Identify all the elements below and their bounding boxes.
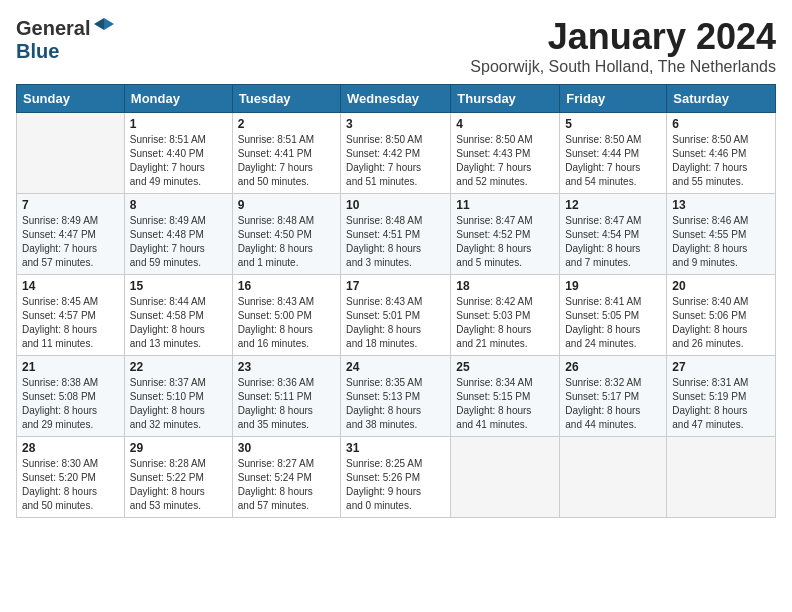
day-info: Sunrise: 8:48 AM Sunset: 4:51 PM Dayligh…	[346, 214, 445, 270]
calendar-cell: 14Sunrise: 8:45 AM Sunset: 4:57 PM Dayli…	[17, 275, 125, 356]
week-row-4: 28Sunrise: 8:30 AM Sunset: 5:20 PM Dayli…	[17, 437, 776, 518]
header-day-monday: Monday	[124, 85, 232, 113]
day-number: 19	[565, 279, 661, 293]
calendar-cell: 11Sunrise: 8:47 AM Sunset: 4:52 PM Dayli…	[451, 194, 560, 275]
logo-blue-text: Blue	[16, 40, 59, 62]
day-number: 9	[238, 198, 335, 212]
header-day-wednesday: Wednesday	[341, 85, 451, 113]
calendar-cell: 1Sunrise: 8:51 AM Sunset: 4:40 PM Daylig…	[124, 113, 232, 194]
header-day-sunday: Sunday	[17, 85, 125, 113]
day-info: Sunrise: 8:45 AM Sunset: 4:57 PM Dayligh…	[22, 295, 119, 351]
calendar-cell: 24Sunrise: 8:35 AM Sunset: 5:13 PM Dayli…	[341, 356, 451, 437]
day-info: Sunrise: 8:42 AM Sunset: 5:03 PM Dayligh…	[456, 295, 554, 351]
calendar-cell: 27Sunrise: 8:31 AM Sunset: 5:19 PM Dayli…	[667, 356, 776, 437]
calendar-cell	[451, 437, 560, 518]
day-number: 24	[346, 360, 445, 374]
calendar-cell: 18Sunrise: 8:42 AM Sunset: 5:03 PM Dayli…	[451, 275, 560, 356]
week-row-3: 21Sunrise: 8:38 AM Sunset: 5:08 PM Dayli…	[17, 356, 776, 437]
day-number: 1	[130, 117, 227, 131]
day-number: 25	[456, 360, 554, 374]
day-info: Sunrise: 8:31 AM Sunset: 5:19 PM Dayligh…	[672, 376, 770, 432]
week-row-1: 7Sunrise: 8:49 AM Sunset: 4:47 PM Daylig…	[17, 194, 776, 275]
calendar-cell: 12Sunrise: 8:47 AM Sunset: 4:54 PM Dayli…	[560, 194, 667, 275]
day-number: 30	[238, 441, 335, 455]
day-number: 31	[346, 441, 445, 455]
day-info: Sunrise: 8:51 AM Sunset: 4:41 PM Dayligh…	[238, 133, 335, 189]
calendar-cell: 26Sunrise: 8:32 AM Sunset: 5:17 PM Dayli…	[560, 356, 667, 437]
day-number: 18	[456, 279, 554, 293]
calendar-cell: 19Sunrise: 8:41 AM Sunset: 5:05 PM Dayli…	[560, 275, 667, 356]
week-row-0: 1Sunrise: 8:51 AM Sunset: 4:40 PM Daylig…	[17, 113, 776, 194]
day-info: Sunrise: 8:43 AM Sunset: 5:01 PM Dayligh…	[346, 295, 445, 351]
header-row: SundayMondayTuesdayWednesdayThursdayFrid…	[17, 85, 776, 113]
day-info: Sunrise: 8:40 AM Sunset: 5:06 PM Dayligh…	[672, 295, 770, 351]
calendar-cell: 29Sunrise: 8:28 AM Sunset: 5:22 PM Dayli…	[124, 437, 232, 518]
calendar-cell: 3Sunrise: 8:50 AM Sunset: 4:42 PM Daylig…	[341, 113, 451, 194]
calendar-cell: 28Sunrise: 8:30 AM Sunset: 5:20 PM Dayli…	[17, 437, 125, 518]
day-info: Sunrise: 8:49 AM Sunset: 4:48 PM Dayligh…	[130, 214, 227, 270]
day-info: Sunrise: 8:41 AM Sunset: 5:05 PM Dayligh…	[565, 295, 661, 351]
day-number: 14	[22, 279, 119, 293]
day-number: 5	[565, 117, 661, 131]
svg-marker-1	[94, 18, 104, 30]
page-header: General Blue January 2024 Spoorwijk, Sou…	[16, 16, 776, 76]
header-day-thursday: Thursday	[451, 85, 560, 113]
logo-flag-icon	[92, 16, 116, 40]
day-info: Sunrise: 8:37 AM Sunset: 5:10 PM Dayligh…	[130, 376, 227, 432]
day-number: 3	[346, 117, 445, 131]
week-row-2: 14Sunrise: 8:45 AM Sunset: 4:57 PM Dayli…	[17, 275, 776, 356]
day-number: 22	[130, 360, 227, 374]
day-info: Sunrise: 8:50 AM Sunset: 4:43 PM Dayligh…	[456, 133, 554, 189]
day-info: Sunrise: 8:51 AM Sunset: 4:40 PM Dayligh…	[130, 133, 227, 189]
day-number: 28	[22, 441, 119, 455]
day-info: Sunrise: 8:28 AM Sunset: 5:22 PM Dayligh…	[130, 457, 227, 513]
day-info: Sunrise: 8:34 AM Sunset: 5:15 PM Dayligh…	[456, 376, 554, 432]
calendar-cell	[17, 113, 125, 194]
day-info: Sunrise: 8:32 AM Sunset: 5:17 PM Dayligh…	[565, 376, 661, 432]
calendar-cell: 15Sunrise: 8:44 AM Sunset: 4:58 PM Dayli…	[124, 275, 232, 356]
day-info: Sunrise: 8:50 AM Sunset: 4:46 PM Dayligh…	[672, 133, 770, 189]
day-number: 16	[238, 279, 335, 293]
day-number: 27	[672, 360, 770, 374]
day-number: 26	[565, 360, 661, 374]
day-info: Sunrise: 8:27 AM Sunset: 5:24 PM Dayligh…	[238, 457, 335, 513]
calendar-cell: 13Sunrise: 8:46 AM Sunset: 4:55 PM Dayli…	[667, 194, 776, 275]
calendar-cell: 17Sunrise: 8:43 AM Sunset: 5:01 PM Dayli…	[341, 275, 451, 356]
calendar-cell: 10Sunrise: 8:48 AM Sunset: 4:51 PM Dayli…	[341, 194, 451, 275]
calendar-cell: 25Sunrise: 8:34 AM Sunset: 5:15 PM Dayli…	[451, 356, 560, 437]
calendar-cell: 21Sunrise: 8:38 AM Sunset: 5:08 PM Dayli…	[17, 356, 125, 437]
day-number: 11	[456, 198, 554, 212]
day-number: 2	[238, 117, 335, 131]
calendar-cell: 22Sunrise: 8:37 AM Sunset: 5:10 PM Dayli…	[124, 356, 232, 437]
day-info: Sunrise: 8:46 AM Sunset: 4:55 PM Dayligh…	[672, 214, 770, 270]
day-info: Sunrise: 8:47 AM Sunset: 4:52 PM Dayligh…	[456, 214, 554, 270]
day-number: 20	[672, 279, 770, 293]
header-day-tuesday: Tuesday	[232, 85, 340, 113]
day-number: 4	[456, 117, 554, 131]
logo: General Blue	[16, 16, 116, 63]
calendar-cell: 7Sunrise: 8:49 AM Sunset: 4:47 PM Daylig…	[17, 194, 125, 275]
calendar-cell	[560, 437, 667, 518]
day-info: Sunrise: 8:36 AM Sunset: 5:11 PM Dayligh…	[238, 376, 335, 432]
day-info: Sunrise: 8:38 AM Sunset: 5:08 PM Dayligh…	[22, 376, 119, 432]
calendar-header: SundayMondayTuesdayWednesdayThursdayFrid…	[17, 85, 776, 113]
svg-marker-0	[104, 18, 114, 30]
header-day-saturday: Saturday	[667, 85, 776, 113]
calendar-cell: 4Sunrise: 8:50 AM Sunset: 4:43 PM Daylig…	[451, 113, 560, 194]
day-number: 10	[346, 198, 445, 212]
day-info: Sunrise: 8:44 AM Sunset: 4:58 PM Dayligh…	[130, 295, 227, 351]
calendar-cell: 9Sunrise: 8:48 AM Sunset: 4:50 PM Daylig…	[232, 194, 340, 275]
day-number: 17	[346, 279, 445, 293]
calendar-cell: 2Sunrise: 8:51 AM Sunset: 4:41 PM Daylig…	[232, 113, 340, 194]
calendar-cell: 23Sunrise: 8:36 AM Sunset: 5:11 PM Dayli…	[232, 356, 340, 437]
day-number: 12	[565, 198, 661, 212]
calendar-cell: 31Sunrise: 8:25 AM Sunset: 5:26 PM Dayli…	[341, 437, 451, 518]
day-info: Sunrise: 8:50 AM Sunset: 4:44 PM Dayligh…	[565, 133, 661, 189]
day-number: 7	[22, 198, 119, 212]
calendar-cell: 6Sunrise: 8:50 AM Sunset: 4:46 PM Daylig…	[667, 113, 776, 194]
day-info: Sunrise: 8:43 AM Sunset: 5:00 PM Dayligh…	[238, 295, 335, 351]
day-number: 29	[130, 441, 227, 455]
title-section: January 2024 Spoorwijk, South Holland, T…	[470, 16, 776, 76]
month-title: January 2024	[470, 16, 776, 58]
location-subtitle: Spoorwijk, South Holland, The Netherland…	[470, 58, 776, 76]
